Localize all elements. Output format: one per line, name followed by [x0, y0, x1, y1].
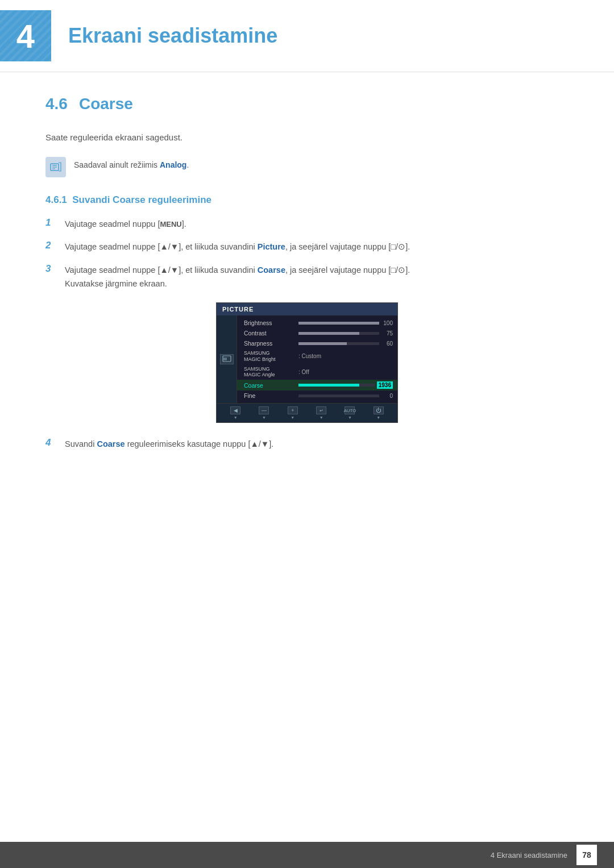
note-svg-icon — [49, 161, 62, 173]
osd-btn-minus-arrow: ▼ — [262, 416, 266, 420]
step-2-picture-highlight: Picture — [258, 242, 285, 251]
note-text-before: Saadaval ainult režiimis — [74, 160, 160, 169]
step-4-text: Suvandi Coarse reguleerimiseks kasutage … — [65, 437, 273, 451]
steps-list: 1 Vajutage seadmel nuppu [MENU]. 2 Vajut… — [45, 217, 569, 292]
osd-title-bar: PICTURE — [217, 303, 397, 315]
osd-sidebar — [217, 315, 237, 403]
osd-label-magic-bright: SAMSUNGMAGIC Bright — [244, 350, 295, 363]
osd-value-fine: 0 — [381, 393, 393, 399]
osd-bar-sharpness: 60 — [298, 340, 393, 347]
osd-bar-fine: 0 — [298, 393, 393, 399]
osd-label-coarse: Coarse — [244, 382, 295, 389]
osd-btn-plus-arrow: ▼ — [291, 416, 294, 420]
subsection-title: Suvandi Coarse reguleerimine — [72, 194, 211, 205]
osd-track-contrast — [298, 332, 379, 335]
step-3-text: Vajutage seadmel nuppe [▲/▼], et liikuda… — [65, 263, 410, 291]
osd-btn-minus-icon: — — [259, 406, 269, 414]
osd-track-sharpness — [298, 342, 379, 345]
step-2: 2 Vajutage seadmel nuppe [▲/▼], et liiku… — [45, 240, 569, 254]
osd-row-fine: Fine 0 — [237, 391, 397, 401]
osd-track-brightness — [298, 322, 379, 325]
note-box: Saadaval ainult režiimis Analog. — [45, 156, 569, 177]
osd-value-sharpness: 60 — [381, 340, 393, 347]
osd-label-sharpness: Sharpness — [244, 340, 295, 347]
step-1-number: 1 — [45, 217, 58, 229]
osd-label-brightness: Brightness — [244, 319, 295, 326]
step-1-menu-bold: MENU — [160, 220, 181, 229]
osd-btn-power: ⏻ ▼ — [374, 406, 384, 420]
steps-list-2: 4 Suvandi Coarse reguleerimiseks kasutag… — [45, 437, 569, 451]
step-3: 3 Vajutage seadmel nuppe [▲/▼], et liiku… — [45, 263, 569, 291]
subsection-number: 4.6.1 — [45, 194, 72, 205]
step-4-number: 4 — [45, 437, 58, 448]
note-icon — [45, 157, 66, 177]
osd-row-contrast: Contrast 75 — [237, 328, 397, 338]
osd-container: PICTURE — [45, 302, 569, 423]
osd-btn-left-icon: ◀ — [230, 406, 240, 414]
osd-btn-enter-icon: ↵ — [316, 406, 326, 414]
step-3-coarse-highlight: Coarse — [258, 265, 285, 275]
footer-text: 4 Ekraani seadistamine — [491, 851, 567, 859]
osd-row-brightness: Brightness 100 — [237, 318, 397, 328]
osd-btn-plus-icon: + — [288, 406, 298, 414]
osd-sidebar-picture-icon — [220, 354, 234, 364]
note-text-suffix: . — [186, 160, 189, 169]
osd-track-coarse — [298, 384, 375, 387]
osd-fill-sharpness — [298, 342, 347, 345]
osd-row-coarse: Coarse 1936 — [237, 380, 397, 391]
osd-value-brightness: 100 — [381, 320, 393, 326]
osd-panel: PICTURE — [216, 302, 398, 423]
note-highlight-analog: Analog — [160, 160, 186, 169]
chapter-title: Ekraani seadistamine — [68, 24, 277, 48]
osd-track-fine — [298, 394, 379, 397]
osd-label-contrast: Contrast — [244, 330, 295, 337]
osd-value-magic-bright: : Custom — [298, 353, 321, 359]
osd-row-magic-angle: SAMSUNGMAGIC Angle : Off — [237, 364, 397, 380]
osd-title-text: PICTURE — [222, 306, 254, 313]
osd-btn-auto-arrow: ▼ — [348, 416, 352, 420]
note-text: Saadaval ainult režiimis Analog. — [74, 156, 189, 171]
osd-value-contrast: 75 — [381, 330, 393, 337]
osd-fill-brightness — [298, 322, 379, 325]
osd-value-magic-angle: : Off — [298, 369, 309, 375]
intro-text: Saate reguleerida ekraani sagedust. — [45, 130, 569, 145]
step-1: 1 Vajutage seadmel nuppu [MENU]. — [45, 217, 569, 231]
osd-bar-coarse: 1936 — [298, 381, 393, 389]
footer-page-number: 78 — [576, 845, 597, 865]
osd-btn-enter: ↵ ▼ — [316, 406, 326, 420]
osd-label-fine: Fine — [244, 392, 295, 399]
osd-row-sharpness: Sharpness 60 — [237, 338, 397, 348]
footer: 4 Ekraani seadistamine 78 — [0, 842, 614, 868]
subsection-heading: 4.6.1 Suvandi Coarse reguleerimine — [45, 194, 569, 206]
step-1-text: Vajutage seadmel nuppu [MENU]. — [65, 217, 186, 231]
step-4-coarse-highlight: Coarse — [97, 439, 125, 448]
osd-value-coarse: 1936 — [377, 381, 393, 389]
osd-btn-power-icon: ⏻ — [374, 406, 384, 414]
chapter-number-box: 4 — [0, 10, 51, 61]
osd-btn-enter-arrow: ▼ — [320, 416, 323, 420]
osd-main: Brightness 100 Contrast — [237, 315, 397, 403]
osd-body: Brightness 100 Contrast — [217, 315, 397, 403]
osd-bottom-bar: ◀ ▼ — ▼ + ▼ ↵ ▼ AUTO ▼ — [217, 403, 397, 422]
chapter-number: 4 — [16, 17, 35, 55]
osd-row-magic-bright: SAMSUNGMAGIC Bright : Custom — [237, 348, 397, 364]
osd-btn-left: ◀ ▼ — [230, 406, 240, 420]
step-4: 4 Suvandi Coarse reguleerimiseks kasutag… — [45, 437, 569, 451]
osd-btn-auto: AUTO ▼ — [345, 406, 355, 420]
main-content: 4.6 Coarse Saate reguleerida ekraani sag… — [0, 95, 614, 520]
osd-btn-left-arrow: ▼ — [234, 416, 238, 420]
osd-bar-contrast: 75 — [298, 330, 393, 337]
step-2-number: 2 — [45, 240, 58, 251]
osd-bar-brightness: 100 — [298, 320, 393, 326]
osd-btn-auto-icon: AUTO — [345, 406, 355, 414]
osd-btn-plus: + ▼ — [288, 406, 298, 420]
osd-btn-minus: — ▼ — [259, 406, 269, 420]
step-3-number: 3 — [45, 263, 58, 275]
section-title: Coarse — [79, 95, 133, 113]
osd-fill-coarse — [298, 384, 359, 387]
section-heading: 4.6 Coarse — [45, 95, 569, 113]
section-number: 4.6 — [45, 95, 68, 113]
header-banner: 4 Ekraani seadistamine — [0, 0, 614, 72]
osd-label-magic-angle: SAMSUNGMAGIC Angle — [244, 366, 295, 379]
osd-btn-power-arrow: ▼ — [376, 416, 380, 420]
